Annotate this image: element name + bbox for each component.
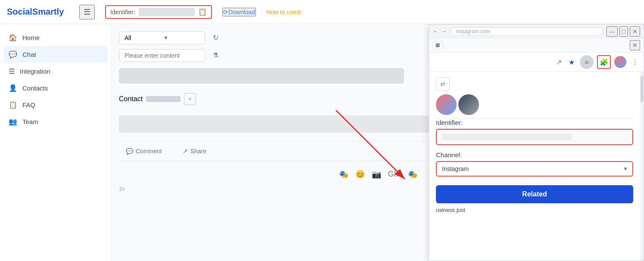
identifier-input-blurred-value	[442, 134, 572, 140]
contact-blurred	[146, 96, 180, 102]
hamburger-button[interactable]: ☰	[79, 5, 95, 19]
sidebar-label-faq: FAQ	[22, 101, 35, 109]
chevron-down-icon: ▼	[163, 35, 199, 41]
chat-icon: 💬	[9, 50, 17, 59]
search-input[interactable]	[119, 49, 205, 62]
avatar-2	[458, 94, 479, 115]
add-contact-button[interactable]: +	[184, 93, 196, 105]
channel-form-label: Channel:	[436, 151, 633, 158]
extension-popup: ← → instagram.com — □ ✕ ⊞	[429, 24, 644, 261]
puzzle-icon-button[interactable]: 🧩	[597, 55, 611, 69]
filter-icon-button[interactable]: ⚗	[209, 49, 222, 62]
avatar-pair	[436, 94, 633, 115]
popup-scrollbar-thumb	[641, 76, 643, 102]
related-button[interactable]: Related	[436, 185, 633, 203]
sidebar-item-home[interactable]: 🏠 Home	[0, 29, 112, 46]
sidebar-item-integration[interactable]: ☰ Integration	[0, 63, 112, 80]
comment-button[interactable]: 💬 Comment	[119, 146, 169, 156]
share-icon: ↗	[183, 148, 188, 155]
channel-form-group: Channel: Instagram Facebook Twitter ▼	[436, 151, 633, 177]
sidebar-item-contacts[interactable]: 👤 Contacts	[0, 80, 112, 96]
popup-titlebar: ← → instagram.com — □ ✕	[429, 25, 644, 38]
sidebar-label-chat: Chat	[22, 51, 36, 58]
how-to-use-button[interactable]: How to use⊘	[266, 9, 302, 16]
avatar-1	[436, 94, 457, 115]
popup-toolbar: ↗ ★ ○ 🧩 ⋮	[429, 53, 644, 72]
share-label: Share	[190, 148, 206, 155]
filter-value: All	[124, 34, 161, 41]
emoji-smile-icon[interactable]: 😊	[355, 170, 365, 179]
popup-second-close-button[interactable]: ✕	[630, 40, 640, 50]
app-logo: SocialSmartly	[7, 7, 64, 17]
popup-maximize-button[interactable]: □	[619, 26, 628, 37]
copy-icon[interactable]: 📋	[198, 8, 207, 16]
identifier-label: Identifier:	[110, 9, 135, 16]
integration-icon: ☰	[9, 67, 15, 75]
form-area: Identifier: Channel: Instagram	[436, 118, 633, 213]
puzzle-icon: 🧩	[600, 58, 608, 66]
url-text: instagram.com	[456, 28, 490, 34]
identifier-box: Identifier: 📋	[105, 5, 212, 19]
sidebar-label-contacts: Contacts	[22, 84, 48, 92]
comment-icon: 💬	[126, 148, 133, 155]
sidebar-label-team: Team	[22, 118, 38, 125]
download-label: ⟳Download	[223, 9, 255, 16]
sidebar: 🏠 Home 💬 Chat ☰ Integration 👤 Contacts 📋…	[0, 24, 112, 261]
emoji-sticker-icon[interactable]: 🎭	[339, 170, 348, 179]
refresh-button[interactable]: ↻	[209, 31, 222, 44]
circle-button[interactable]: ○	[580, 55, 594, 69]
sidebar-item-chat[interactable]: 💬 Chat	[3, 46, 108, 63]
share-toolbar-icon[interactable]: ↗	[554, 56, 563, 68]
identifier-form-group: Identifier:	[436, 119, 633, 145]
identifier-form-label: Identifier:	[436, 119, 633, 126]
star-icon[interactable]: ★	[567, 56, 576, 68]
identifier-form-input[interactable]	[436, 129, 633, 145]
contact-label: Contact	[119, 95, 143, 103]
identifier-value	[139, 8, 195, 16]
faq-icon: 📋	[9, 101, 17, 109]
emoji-camera-icon[interactable]: 📷	[372, 170, 381, 179]
team-icon: 👥	[9, 118, 17, 126]
business-text: usiness just	[436, 207, 633, 213]
popup-scroll-area[interactable]: ⇄ Identifier:	[429, 72, 640, 261]
channel-select-wrapper: Instagram Facebook Twitter ▼	[436, 161, 633, 177]
download-button[interactable]: ⟳Download	[222, 8, 256, 16]
popup-url-bar: instagram.com	[451, 27, 603, 36]
emoji-mask-icon[interactable]: 🎭	[408, 170, 417, 179]
popup-back-button[interactable]: ←	[432, 28, 439, 35]
popup-forward-button[interactable]: →	[441, 28, 447, 35]
business-text-content: usiness just	[436, 207, 465, 213]
top-bar: SocialSmartly ☰ Identifier: 📋 ⟳Download …	[0, 0, 644, 24]
home-icon: 🏠	[9, 34, 17, 42]
channel-select[interactable]: Instagram Facebook Twitter	[436, 161, 633, 177]
comment-label: Comment	[136, 148, 162, 155]
popup-minimize-button[interactable]: —	[607, 26, 618, 37]
emoji-gif-icon[interactable]: GIF	[388, 170, 401, 179]
main-content: All ▼ ↻ ⚗ Contact +	[112, 24, 644, 261]
popup-body: ⇄ Identifier:	[429, 72, 644, 261]
translate-button[interactable]: ⇄	[436, 77, 450, 91]
sidebar-item-team[interactable]: 👥 Team	[0, 113, 112, 130]
blurred-user-block	[119, 68, 404, 84]
popup-nav-button[interactable]: ⊞	[432, 41, 443, 50]
share-button[interactable]: ↗ Share	[176, 146, 213, 156]
translate-icon: ⇄	[440, 81, 445, 87]
sidebar-item-faq[interactable]: 📋 FAQ	[0, 96, 112, 113]
filter-select[interactable]: All ▼	[119, 31, 205, 44]
popup-controls: — □ ✕	[607, 26, 640, 37]
popup-close-button[interactable]: ✕	[630, 26, 640, 37]
sidebar-label-integration: Integration	[20, 68, 50, 75]
user-avatar[interactable]	[614, 56, 626, 68]
main-area: 🏠 Home 💬 Chat ☰ Integration 👤 Contacts 📋…	[0, 24, 644, 261]
app-container: SocialSmartly ☰ Identifier: 📋 ⟳Download …	[0, 0, 644, 261]
popup-scrollbar[interactable]	[640, 72, 644, 261]
sidebar-label-home: Home	[22, 34, 40, 41]
contacts-icon: 👤	[9, 84, 17, 92]
more-options-icon[interactable]: ⋮	[630, 56, 640, 68]
